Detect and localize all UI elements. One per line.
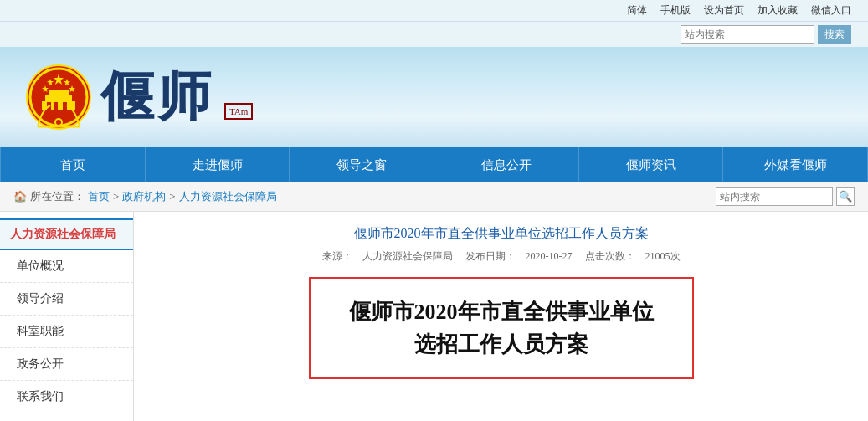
nav-media[interactable]: 外媒看偃师 [723,147,868,182]
nav-leadership[interactable]: 领导之窗 [290,147,434,182]
breadcrumb-gov-link[interactable]: 政府机构 [122,189,166,204]
article-meta: 来源：人力资源社会保障局 发布日期：2020-10-27 点击次数：21005次 [154,249,848,264]
nav-home[interactable]: 首页 [0,147,146,182]
top-search-bar: 搜索 [0,22,868,47]
main-nav: 首页 走进偃师 领导之窗 信息公开 偃师资讯 外媒看偃师 [0,147,868,182]
nav-news[interactable]: 偃师资讯 [579,147,724,182]
sidebar-item-leadership[interactable]: 领导介绍 [0,283,133,316]
breadcrumb-search-button[interactable]: 🔍 [836,187,855,206]
breadcrumb-dept-link[interactable]: 人力资源社会保障局 [179,189,277,204]
meta-source: 人力资源社会保障局 [362,250,453,262]
top-search-button[interactable]: 搜索 [818,25,851,44]
article-title-line2: 选招工作人员方案 [414,332,588,357]
link-wechat[interactable]: 微信入口 [811,3,851,18]
site-header: 偃师 TAm [0,47,868,147]
article-highlight-box: 偃师市2020年市直全供事业单位 选招工作人员方案 [309,277,694,379]
breadcrumb-bar: 🏠 所在位置： 首页 > 政府机构 > 人力资源社会保障局 🔍 [0,182,868,212]
meta-views: 21005次 [645,250,681,262]
nav-about[interactable]: 走进偃师 [146,147,290,182]
national-emblem [25,64,92,131]
svg-point-14 [56,120,61,125]
main-content: 人力资源社会保障局 单位概况 领导介绍 科室职能 政务公开 联系我们 偃师市20… [0,212,868,421]
meta-date: 2020-10-27 [526,250,573,262]
nav-info[interactable]: 信息公开 [434,147,579,182]
breadcrumb-search-input[interactable] [716,187,833,206]
link-jiantizhongwen[interactable]: 简体 [627,3,647,18]
breadcrumb-search-area: 🔍 [716,187,855,206]
top-search-input[interactable] [681,25,814,44]
site-name-text: 偃师 [100,67,214,126]
sidebar-item-overview[interactable]: 单位概况 [0,250,133,283]
sidebar-item-contact[interactable]: 联系我们 [0,381,133,413]
article-main-title: 偃师市2020年市直全供事业单位 选招工作人员方案 [336,295,667,361]
article-title-header: 偃师市2020年市直全供事业单位选招工作人员方案 [154,225,848,243]
svg-rect-3 [45,95,72,102]
meta-views-label: 点击次数： [585,250,635,262]
sidebar: 人力资源社会保障局 单位概况 领导介绍 科室职能 政务公开 联系我们 [0,212,134,421]
home-icon: 🏠 [13,190,27,203]
breadcrumb: 🏠 所在位置： 首页 > 政府机构 > 人力资源社会保障局 [13,189,277,204]
link-set-homepage[interactable]: 设为首页 [704,3,744,18]
top-utility-bar: 简体 手机版 设为首页 加入收藏 微信入口 [0,0,868,22]
svg-rect-4 [49,90,69,96]
sidebar-item-departments[interactable]: 科室职能 [0,316,133,348]
article-area: 偃师市2020年市直全供事业单位选招工作人员方案 来源：人力资源社会保障局 发布… [134,212,868,421]
meta-date-label: 发布日期： [465,250,516,262]
link-bookmark[interactable]: 加入收藏 [758,3,798,18]
sidebar-item-govaffairs[interactable]: 政务公开 [0,348,133,381]
svg-rect-7 [63,102,67,110]
logo-seal-stamp: TAm [224,103,253,120]
meta-source-label: 来源： [322,250,352,262]
article-title-line1: 偃师市2020年市直全供事业单位 [349,300,654,324]
breadcrumb-sep-1: > [113,190,119,203]
svg-rect-6 [54,102,58,110]
link-mobile[interactable]: 手机版 [660,3,691,18]
breadcrumb-home-link[interactable]: 首页 [88,189,110,204]
logo-text-container: 偃师 TAm [100,70,253,124]
breadcrumb-location-label: 所在位置： [30,189,85,204]
breadcrumb-sep-2: > [169,190,175,203]
sidebar-title: 人力资源社会保障局 [0,218,133,250]
